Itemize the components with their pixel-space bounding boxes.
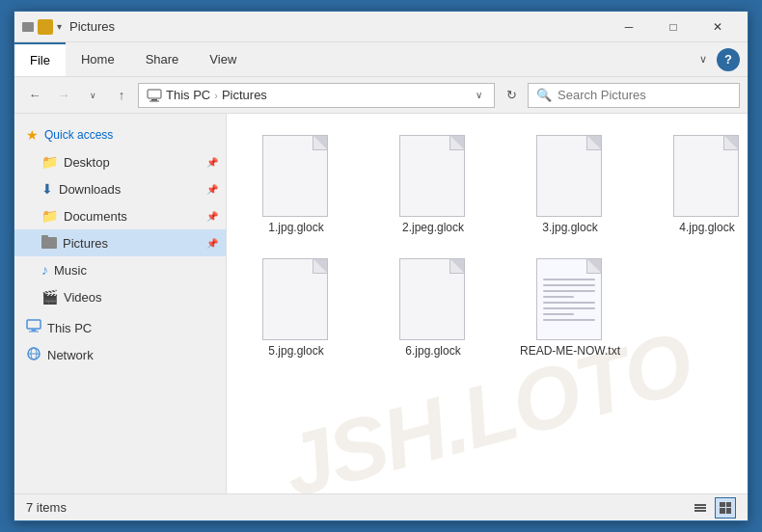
explorer-window: ▾ Pictures ─ □ ✕ File Home Share View ∨ … [14,11,748,521]
forward-button[interactable]: → [51,83,76,108]
file-label-3: 3.jpg.glock [542,221,597,236]
file-icon-7 [534,253,607,340]
sidebar: ★ Quick access 📁 Desktop 📌 ⬇ Downloads 📌… [14,114,227,493]
title-bar-icons: ▾ [22,19,62,35]
network-icon [26,346,41,364]
path-pictures[interactable]: Pictures [222,88,267,102]
svg-rect-5 [27,320,41,329]
close-button[interactable]: ✕ [695,12,740,42]
sidebar-item-this-pc[interactable]: This PC [14,314,226,341]
svg-rect-4 [41,235,48,238]
sidebar-item-documents[interactable]: 📁 Documents 📌 [14,202,226,229]
pin-documents-icon: 📌 [206,211,218,222]
file-item-3[interactable]: 3.jpg.glock [512,125,628,241]
file-label-2: 2.jpeg.glock [402,221,464,236]
sidebar-quick-access[interactable]: ★ Quick access [14,121,226,148]
sidebar-item-music[interactable]: ♪ Music [14,256,226,283]
sidebar-item-downloads[interactable]: ⬇ Downloads 📌 [14,175,226,202]
path-sep-1: › [214,90,218,101]
main-area: ★ Quick access 📁 Desktop 📌 ⬇ Downloads 📌… [14,114,748,493]
file-item-1[interactable]: 1.jpg.glock [238,125,354,241]
svg-rect-1 [151,99,157,101]
quick-access-section: ★ Quick access 📁 Desktop 📌 ⬇ Downloads 📌… [14,121,226,310]
svg-rect-0 [148,90,161,98]
back-button[interactable]: ← [22,83,47,108]
file-item-5[interactable]: 5.jpg.glock [238,249,354,364]
sidebar-item-pictures[interactable]: Pictures 📌 [14,229,226,256]
view-details-button[interactable] [690,497,711,519]
file-icon-4 [671,130,744,217]
file-icon-1 [260,130,333,217]
maximize-button[interactable]: □ [651,12,695,42]
download-icon: ⬇ [41,181,53,197]
svg-rect-6 [32,330,37,332]
file-icon-2 [397,130,470,217]
tab-share[interactable]: Share [130,42,195,76]
file-label-5: 5.jpg.glock [268,344,323,359]
search-input[interactable] [558,88,731,102]
star-icon: ★ [26,127,39,143]
music-icon: ♪ [41,262,48,278]
file-label-1: 1.jpg.glock [268,221,323,236]
search-box[interactable]: 🔍 [528,83,740,108]
files-grid: 1.jpg.glock 2.jpeg.glock 3.jpg.glock [238,125,736,363]
sidebar-item-network[interactable]: Network [14,341,226,368]
tab-view[interactable]: View [194,42,252,76]
menu-bar-right: ∨ ? [694,42,748,76]
file-label-4: 4.jpg.glock [679,221,734,236]
file-label-7: READ-ME-NOW.txt [520,344,620,359]
svg-rect-2 [150,100,159,101]
sidebar-item-desktop[interactable]: 📁 Desktop 📌 [14,148,226,175]
folder-pictures-icon [41,235,57,252]
computer-icon [147,88,162,103]
file-icon-3 [534,130,607,217]
address-bar: ← → ∨ ↑ This PC › Pictures ∨ ↻ 🔍 [14,77,748,114]
file-item-7[interactable]: READ-ME-NOW.txt [512,249,628,364]
pin-downloads-icon: 📌 [206,184,218,195]
tb-pin-icon: ▾ [57,21,62,32]
grid-view-icon [720,502,731,514]
folder-desktop-icon: 📁 [41,154,58,170]
pin-pictures-icon: 📌 [206,238,218,249]
pin-desktop-icon: 📌 [206,157,218,168]
file-item-4[interactable]: 4.jpg.glock [649,125,748,241]
list-view-icon [694,504,706,512]
tab-file[interactable]: File [14,42,66,76]
tb-folder-icon [38,19,53,35]
file-icon-5 [260,253,333,340]
view-controls [690,497,736,519]
up-button[interactable]: ↑ [109,83,134,108]
svg-rect-3 [41,237,57,249]
title-bar: ▾ Pictures ─ □ ✕ [14,12,748,42]
refresh-button[interactable]: ↻ [499,83,524,108]
dropdown-button[interactable]: ∨ [80,83,105,108]
file-item-6[interactable]: 6.jpg.glock [375,249,491,364]
file-item-2[interactable]: 2.jpeg.glock [375,125,491,241]
view-grid-button[interactable] [715,497,736,519]
file-icon-6 [397,253,470,340]
window-title: Pictures [69,19,607,34]
search-icon: 🔍 [536,88,552,102]
tab-home[interactable]: Home [66,42,130,76]
file-area: JSH.LOTO 1.jpg.glock 2.jpeg.glock [227,114,748,493]
sidebar-item-videos[interactable]: 🎬 Videos [14,283,226,310]
folder-documents-icon: 📁 [41,208,58,224]
address-path[interactable]: This PC › Pictures ∨ [138,83,495,108]
help-button[interactable]: ? [717,48,740,71]
path-dropdown-icon[interactable]: ∨ [472,90,486,100]
minimize-button[interactable]: ─ [607,12,651,42]
ribbon-chevron-icon[interactable]: ∨ [694,49,713,69]
file-label-6: 6.jpg.glock [405,344,460,359]
status-bar: 7 items [14,493,748,520]
video-icon: 🎬 [41,289,58,305]
window-controls: ─ □ ✕ [607,12,740,42]
svg-rect-7 [29,331,39,332]
item-count: 7 items [26,500,67,515]
pc-icon [26,319,41,337]
menu-bar: File Home Share View ∨ ? [14,42,748,77]
tb-icon-small [22,22,34,32]
path-this-pc[interactable]: This PC [166,88,210,102]
